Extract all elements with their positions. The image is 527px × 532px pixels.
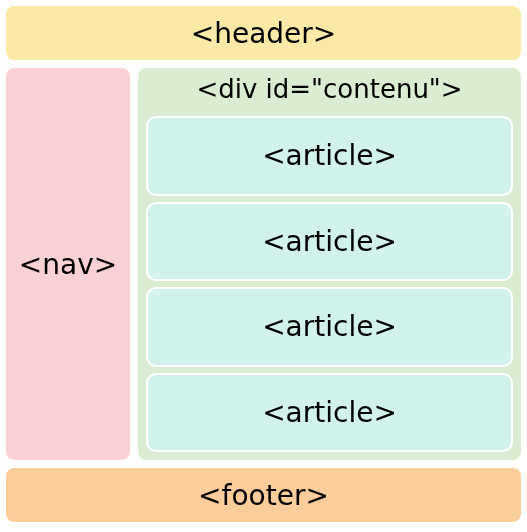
footer-box: <footer>: [4, 466, 523, 524]
article-label: <article>: [262, 225, 397, 258]
content-label: <div id="contenu">: [146, 74, 513, 104]
content-box: <div id="contenu"> <article> <article> <…: [136, 66, 523, 462]
article-box: <article>: [146, 116, 513, 196]
header-box: <header>: [4, 4, 523, 62]
article-box: <article>: [146, 373, 513, 453]
article-label: <article>: [262, 396, 397, 429]
nav-label: <nav>: [19, 248, 117, 281]
article-box: <article>: [146, 202, 513, 282]
middle-row: <nav> <div id="contenu"> <article> <arti…: [4, 66, 523, 462]
header-label: <header>: [191, 17, 337, 50]
article-label: <article>: [262, 139, 397, 172]
article-box: <article>: [146, 287, 513, 367]
nav-box: <nav>: [4, 66, 132, 462]
footer-label: <footer>: [198, 479, 329, 512]
article-label: <article>: [262, 310, 397, 343]
